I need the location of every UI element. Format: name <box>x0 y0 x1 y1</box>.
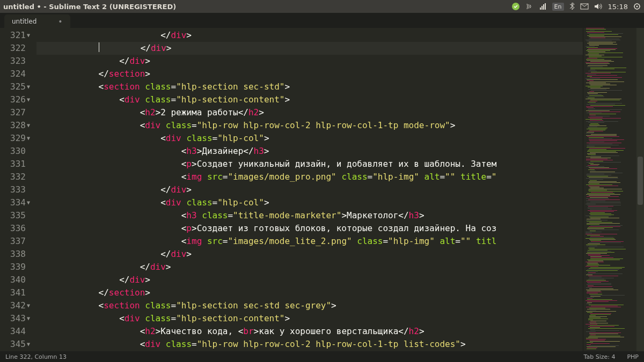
svg-point-7 <box>636 6 638 8</box>
system-tray: En 15:18 <box>511 2 641 11</box>
cursor-position[interactable]: Line 322, Column 13 <box>5 353 67 360</box>
editor-area: 321▼322323324325▼326▼327328▼329▼33033133… <box>0 28 644 351</box>
svg-rect-2 <box>541 6 543 10</box>
bluetooth-icon[interactable] <box>569 3 575 10</box>
svg-rect-1 <box>540 8 541 10</box>
keyboard-lang-indicator[interactable]: En <box>552 3 564 11</box>
system-menu-bar: untitled • - Sublime Text 2 (UNREGISTERE… <box>0 0 644 13</box>
mail-icon[interactable] <box>580 3 589 10</box>
status-bar: Line 322, Column 13 Tab Size: 4 PHP <box>0 351 644 362</box>
tab-untitled[interactable]: untitled • <box>4 14 70 28</box>
network-icon[interactable] <box>525 2 534 11</box>
clock[interactable]: 15:18 <box>608 3 628 11</box>
volume-icon[interactable] <box>594 3 603 10</box>
tab-title: untitled <box>12 18 36 25</box>
line-number-gutter[interactable]: 321▼322323324325▼326▼327328▼329▼33033133… <box>0 28 31 351</box>
window-title: untitled • - Sublime Text 2 (UNREGISTERE… <box>3 3 511 11</box>
sync-icon[interactable] <box>511 2 520 11</box>
code-editor[interactable]: </div> </div> </div> </section> <section… <box>31 28 583 351</box>
svg-rect-3 <box>543 4 544 10</box>
tab-strip: untitled • <box>0 13 644 28</box>
minimap[interactable] <box>583 28 636 351</box>
tab-size-indicator[interactable]: Tab Size: 4 <box>584 353 616 360</box>
signal-icon[interactable] <box>539 3 547 10</box>
power-icon[interactable] <box>633 3 641 10</box>
vertical-scrollbar[interactable] <box>636 28 644 351</box>
syntax-indicator[interactable]: PHP <box>627 353 639 360</box>
scrollbar-thumb[interactable] <box>638 157 643 205</box>
svg-rect-4 <box>545 3 546 10</box>
